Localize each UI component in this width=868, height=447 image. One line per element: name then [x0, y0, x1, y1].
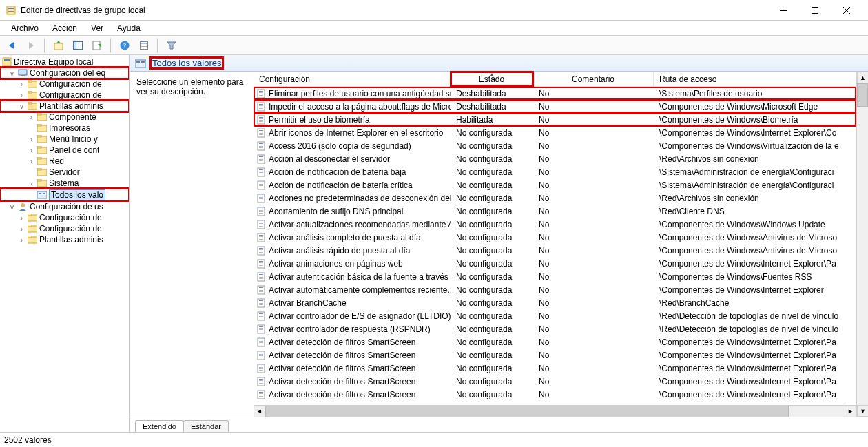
setting-icon — [256, 351, 266, 360]
tree-item[interactable]: ›Componente — [0, 112, 129, 123]
table-row[interactable]: Permitir el uso de biometríaHabilitadaNo… — [254, 113, 856, 126]
expand-collapse-icon[interactable]: v — [18, 103, 25, 110]
table-row[interactable]: Acciones no predeterminadas de desconexi… — [254, 191, 856, 205]
cell-comentario: No — [539, 246, 549, 256]
scroll-track[interactable] — [857, 83, 868, 405]
table-row[interactable]: Acortamiento de sufijo DNS principalNo c… — [254, 205, 856, 218]
table-row[interactable]: Activar BranchCacheNo configuradaNo\Red\… — [254, 296, 856, 309]
menu-archivo[interactable]: Archivo — [6, 22, 44, 34]
tree-all-settings[interactable]: Todos los valo — [0, 189, 129, 201]
table-row[interactable]: Acción al desconectar el servidorNo conf… — [254, 152, 856, 165]
cell-estado: No configurada — [456, 180, 512, 190]
table-row[interactable]: Activar automáticamente complementos rec… — [254, 283, 856, 296]
rows-container[interactable]: Eliminar perfiles de usuario con una ant… — [254, 87, 856, 405]
svg-rect-57 — [135, 60, 146, 67]
tree-item[interactable]: › Configuración de — [0, 90, 129, 101]
export-list-button[interactable] — [90, 38, 105, 53]
col-ruta[interactable]: Ruta de acceso — [654, 72, 856, 86]
minimize-button[interactable] — [767, 0, 799, 21]
vertical-scrollbar[interactable]: ▲ ▼ — [856, 72, 868, 417]
tree-pane[interactable]: Directiva Equipo local v Configuración d… — [0, 55, 130, 432]
tree-item[interactable]: ›Menú Inicio y — [0, 134, 129, 145]
col-comentario[interactable]: Comentario — [533, 72, 654, 86]
svg-rect-3 — [8, 11, 14, 12]
table-row[interactable]: Activar análisis rápido de puesta al día… — [254, 244, 856, 257]
maximize-button[interactable] — [799, 0, 831, 21]
expand-collapse-icon[interactable]: › — [18, 92, 25, 99]
table-row[interactable]: Activar análisis completo de puesta al d… — [254, 231, 856, 244]
scroll-down-button[interactable]: ▼ — [857, 405, 868, 417]
menu-ver[interactable]: Ver — [85, 22, 109, 34]
tree-item[interactable]: Impresoras — [0, 123, 129, 134]
tree-label: Configuración del eq — [30, 68, 105, 78]
table-row[interactable]: Activar controlador de E/S de asignador … — [254, 309, 856, 322]
tree-admin-templates[interactable]: v Plantillas adminis — [0, 101, 129, 112]
svg-rect-119 — [259, 239, 263, 240]
scroll-up-button[interactable]: ▲ — [857, 72, 868, 83]
nav-back-button[interactable] — [4, 38, 19, 53]
col-estado[interactable]: Estado — [451, 72, 533, 86]
nav-forward-button[interactable] — [23, 38, 39, 53]
header-icon — [135, 59, 146, 68]
menu-ayuda[interactable]: Ayuda — [112, 22, 146, 34]
table-row[interactable]: Activar detección de filtros SmartScreen… — [254, 335, 856, 349]
table-row[interactable]: Abrir iconos de Internet Explorer en el … — [254, 126, 856, 139]
expand-collapse-icon[interactable]: › — [28, 114, 35, 121]
table-row[interactable]: Access 2016 (solo copia de seguridad)No … — [254, 139, 856, 152]
tree-item[interactable]: ›Sistema — [0, 178, 129, 189]
tree-item[interactable]: › Configuración de — [0, 79, 129, 90]
table-row[interactable]: Activar detección de filtros SmartScreen… — [254, 388, 856, 401]
up-level-button[interactable] — [51, 38, 66, 53]
tree-item[interactable]: ›Configuración de — [0, 223, 129, 234]
table-row[interactable]: Activar animaciones en páginas webNo con… — [254, 257, 856, 270]
tree-item[interactable]: ›Configuración de — [0, 212, 129, 223]
col-configuracion[interactable]: Configuración — [254, 72, 451, 86]
tree-item[interactable]: Servidor — [0, 167, 129, 178]
help-button[interactable]: ? — [117, 38, 132, 53]
filter-button[interactable] — [164, 38, 179, 53]
horizontal-scrollbar[interactable]: ◄ ► — [254, 405, 856, 417]
tree-item[interactable]: ›Red — [0, 156, 129, 167]
expand-collapse-icon[interactable]: v — [8, 203, 16, 211]
cell-comentario: No — [539, 272, 549, 282]
table-row[interactable]: Activar autenticación básica de la fuent… — [254, 270, 856, 283]
table-row[interactable]: Activar actualizaciones recomendadas med… — [254, 218, 856, 231]
scroll-thumb[interactable] — [265, 406, 789, 417]
scroll-right-button[interactable]: ► — [845, 406, 856, 417]
scroll-left-button[interactable]: ◄ — [254, 406, 265, 417]
expand-collapse-icon[interactable]: › — [28, 147, 35, 154]
tab-extendido[interactable]: Extendido — [135, 420, 184, 432]
properties-button[interactable] — [136, 38, 152, 53]
menu-accion[interactable]: Acción — [47, 22, 83, 34]
table-row[interactable]: Activar detección de filtros SmartScreen… — [254, 362, 856, 375]
expand-collapse-icon[interactable]: › — [28, 136, 35, 143]
close-button[interactable] — [831, 0, 862, 21]
expand-collapse-icon[interactable]: › — [18, 225, 25, 233]
expand-collapse-icon[interactable]: › — [28, 180, 35, 187]
tab-estandar[interactable]: Estándar — [183, 420, 229, 432]
table-row[interactable]: Activar controlador de respuesta (RSPNDR… — [254, 322, 856, 335]
table-row[interactable]: Acción de notificación de batería bajaNo… — [254, 165, 856, 178]
cell-estado: No configurada — [456, 128, 512, 138]
table-row[interactable]: Acción de notificación de batería crític… — [254, 178, 856, 191]
expand-collapse-icon[interactable]: › — [28, 158, 35, 165]
table-row[interactable]: Activar detección de filtros SmartScreen… — [254, 375, 856, 388]
cell-ruta: \Componentes de Windows\Internet Explore… — [659, 364, 836, 373]
tree-computer-config[interactable]: v Configuración del eq — [0, 67, 129, 79]
show-hide-tree-button[interactable] — [70, 38, 85, 53]
tree-item[interactable]: ›Panel de cont — [0, 145, 129, 156]
table-row[interactable]: Activar detección de filtros SmartScreen… — [254, 349, 856, 362]
expand-collapse-icon[interactable]: › — [18, 236, 25, 244]
table-row[interactable]: Impedir el acceso a la página about:flag… — [254, 100, 856, 113]
cell-ruta: \Componentes de Windows\Internet Explore… — [659, 377, 836, 386]
setting-icon — [256, 364, 266, 373]
tree-item[interactable]: ›Plantillas adminis — [0, 234, 129, 245]
expand-collapse-icon[interactable]: v — [8, 70, 16, 77]
scroll-thumb[interactable] — [857, 83, 868, 107]
table-row[interactable]: Eliminar perfiles de usuario con una ant… — [254, 87, 856, 100]
expand-collapse-icon[interactable]: › — [18, 81, 25, 88]
tree-user-config[interactable]: v Configuración de us — [0, 201, 129, 212]
scroll-track[interactable] — [265, 406, 845, 417]
tree-root[interactable]: Directiva Equipo local — [0, 56, 129, 67]
expand-collapse-icon[interactable]: › — [18, 214, 25, 222]
